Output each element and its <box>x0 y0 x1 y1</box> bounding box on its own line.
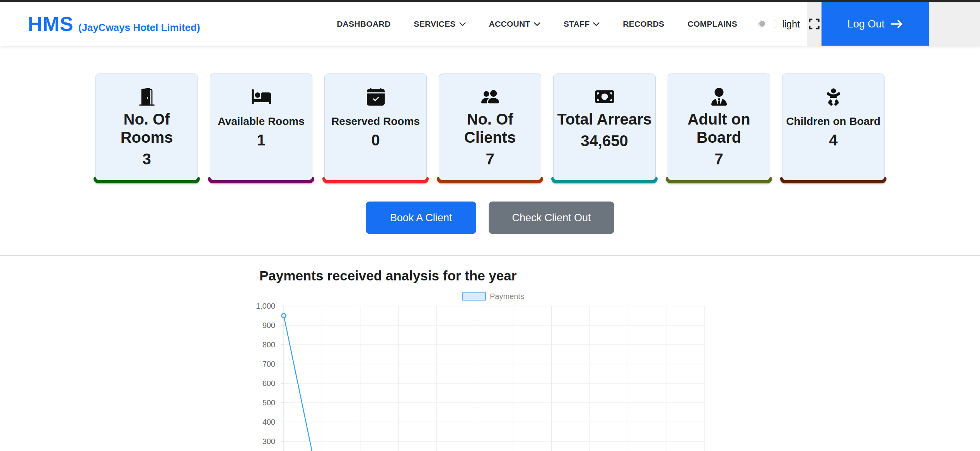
legend-label: Payments <box>490 292 524 301</box>
nav-item-label: DASHBOARD <box>337 19 390 29</box>
theme-toggle-knob <box>759 21 765 27</box>
stat-card-no-of-rooms: No. Of Rooms 3 <box>95 73 198 187</box>
card-label: No. Of Clients <box>439 110 541 147</box>
card-body: Children on Board 4 <box>782 73 885 180</box>
theme-toggle-cluster: light <box>758 19 800 30</box>
nav-item-services[interactable]: SERVICES <box>414 19 465 29</box>
theme-toggle-switch[interactable] <box>758 20 777 28</box>
theme-toggle-label: light <box>782 19 800 30</box>
dashboard-main: No. Of Rooms 3 Available Rooms 1 Reserve… <box>0 73 980 451</box>
card-label: Reserved Rooms <box>328 115 423 128</box>
app-logo[interactable]: HMS (JayCways Hotel Limited) <box>28 12 200 36</box>
stats-cards-row: No. Of Rooms 3 Available Rooms 1 Reserve… <box>0 73 980 187</box>
cash-icon <box>595 88 614 106</box>
navbar: HMS (JayCways Hotel Limited) DASHBOARD S… <box>0 2 980 46</box>
stat-card-total-arrears: Total Arrears 34,650 <box>553 73 656 187</box>
card-label: Children on Board <box>783 115 883 128</box>
card-body: No. Of Clients 7 <box>439 73 541 180</box>
legend-swatch <box>462 292 486 301</box>
bed-icon <box>252 88 271 106</box>
card-label: Adult on Board <box>668 110 770 147</box>
logout-button[interactable]: Log Out <box>821 2 929 46</box>
svg-text:400: 400 <box>262 418 275 426</box>
nav-item-label: RECORDS <box>623 19 664 29</box>
nav-item-dashboard[interactable]: DASHBOARD <box>337 19 390 29</box>
card-body: Available Rooms 1 <box>210 73 312 180</box>
payments-line-chart: 1,000900800700600500400300 <box>244 301 711 451</box>
svg-text:300: 300 <box>262 437 275 446</box>
nav-item-records[interactable]: RECORDS <box>623 19 664 29</box>
person-tie-icon <box>709 88 729 106</box>
navbar-right-group: Log Out <box>807 2 980 46</box>
card-body: Adult on Board 7 <box>668 73 770 180</box>
svg-text:1,000: 1,000 <box>256 302 275 310</box>
card-value: 34,650 <box>581 132 628 150</box>
chart-legend-item-payments[interactable]: Payments <box>462 292 524 301</box>
card-label: Available Rooms <box>215 115 308 128</box>
chevron-down-icon <box>593 22 600 26</box>
fullscreen-expand-icon <box>808 18 820 30</box>
nav-item-label: COMPLAINS <box>687 19 737 29</box>
card-body: Total Arrears 34,650 <box>553 73 656 180</box>
main-menu: DASHBOARD SERVICES ACCOUNT STAFF RECORDS… <box>337 19 737 29</box>
nav-item-complains[interactable]: COMPLAINS <box>687 19 737 29</box>
door-open-icon <box>137 88 157 106</box>
app-logo-text: HMS <box>28 12 74 36</box>
stat-card-children-on-board: Children on Board 4 <box>782 73 885 187</box>
card-value: 4 <box>829 132 837 149</box>
nav-item-label: SERVICES <box>414 19 455 29</box>
people-icon <box>481 88 500 106</box>
nav-item-label: ACCOUNT <box>489 19 530 29</box>
svg-text:600: 600 <box>262 379 275 388</box>
card-body: Reserved Rooms 0 <box>324 73 427 180</box>
nav-item-account[interactable]: ACCOUNT <box>489 19 540 29</box>
stat-card-available-rooms: Available Rooms 1 <box>210 73 312 187</box>
card-body: No. Of Rooms 3 <box>95 73 198 180</box>
fullscreen-button[interactable] <box>807 2 821 46</box>
check-client-out-button[interactable]: Check Client Out <box>489 202 614 234</box>
arrow-right-icon <box>891 19 903 29</box>
nav-item-staff[interactable]: STAFF <box>564 19 600 29</box>
calendar-check-icon <box>366 88 385 106</box>
svg-text:700: 700 <box>262 360 275 368</box>
navbar-right-spacer <box>929 2 980 46</box>
card-value: 1 <box>257 132 265 149</box>
card-value: 3 <box>142 150 151 168</box>
actions-row: Book A Client Check Client Out <box>0 202 980 234</box>
book-client-button[interactable]: Book A Client <box>366 202 476 234</box>
payments-chart-section: Payments received analysis for the year … <box>0 256 980 451</box>
nav-item-label: STAFF <box>564 19 590 29</box>
baby-icon <box>824 88 843 106</box>
stat-card-adult-on-board: Adult on Board 7 <box>668 73 770 187</box>
card-value: 7 <box>714 150 723 168</box>
logout-label: Log Out <box>847 18 885 30</box>
card-value: 7 <box>486 150 494 168</box>
card-value: 0 <box>371 132 380 149</box>
svg-text:500: 500 <box>262 398 275 407</box>
stat-card-no-of-clients: No. Of Clients 7 <box>439 73 541 187</box>
chart-title: Payments received analysis for the year <box>259 268 516 284</box>
app-logo-subtitle: (JayCways Hotel Limited) <box>78 22 200 34</box>
chevron-down-icon <box>459 22 466 26</box>
card-label: Total Arrears <box>554 110 655 128</box>
card-label: No. Of Rooms <box>96 110 198 147</box>
svg-text:900: 900 <box>262 321 275 330</box>
chevron-down-icon <box>534 22 540 26</box>
stat-card-reserved-rooms: Reserved Rooms 0 <box>324 73 427 187</box>
svg-text:800: 800 <box>262 340 275 349</box>
